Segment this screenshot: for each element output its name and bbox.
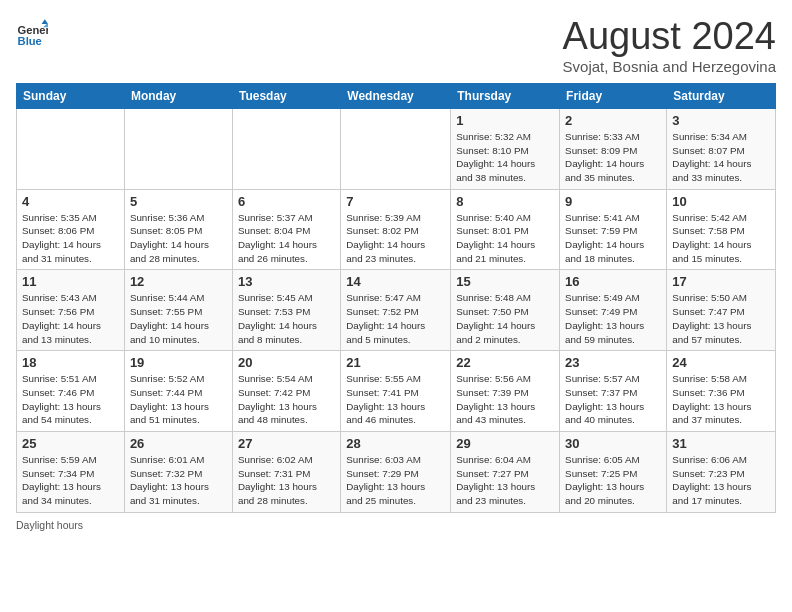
- calendar-cell: 27Sunrise: 6:02 AM Sunset: 7:31 PM Dayli…: [232, 432, 340, 513]
- day-number: 27: [238, 436, 335, 451]
- day-number: 9: [565, 194, 661, 209]
- day-number: 30: [565, 436, 661, 451]
- calendar-cell: 21Sunrise: 5:55 AM Sunset: 7:41 PM Dayli…: [341, 351, 451, 432]
- calendar-cell: 2Sunrise: 5:33 AM Sunset: 8:09 PM Daylig…: [560, 108, 667, 189]
- calendar-cell: 8Sunrise: 5:40 AM Sunset: 8:01 PM Daylig…: [451, 189, 560, 270]
- day-info: Sunrise: 6:06 AM Sunset: 7:23 PM Dayligh…: [672, 453, 770, 508]
- day-number: 14: [346, 274, 445, 289]
- day-info: Sunrise: 5:59 AM Sunset: 7:34 PM Dayligh…: [22, 453, 119, 508]
- day-info: Sunrise: 5:50 AM Sunset: 7:47 PM Dayligh…: [672, 291, 770, 346]
- calendar-week-row: 25Sunrise: 5:59 AM Sunset: 7:34 PM Dayli…: [17, 432, 776, 513]
- day-info: Sunrise: 5:48 AM Sunset: 7:50 PM Dayligh…: [456, 291, 554, 346]
- day-info: Sunrise: 5:51 AM Sunset: 7:46 PM Dayligh…: [22, 372, 119, 427]
- day-number: 16: [565, 274, 661, 289]
- day-number: 8: [456, 194, 554, 209]
- day-number: 5: [130, 194, 227, 209]
- day-number: 21: [346, 355, 445, 370]
- title-block: August 2024 Svojat, Bosnia and Herzegovi…: [563, 16, 776, 75]
- day-number: 23: [565, 355, 661, 370]
- day-info: Sunrise: 6:02 AM Sunset: 7:31 PM Dayligh…: [238, 453, 335, 508]
- day-of-week-header: Tuesday: [232, 83, 340, 108]
- day-info: Sunrise: 5:35 AM Sunset: 8:06 PM Dayligh…: [22, 211, 119, 266]
- day-number: 11: [22, 274, 119, 289]
- calendar-cell: 14Sunrise: 5:47 AM Sunset: 7:52 PM Dayli…: [341, 270, 451, 351]
- calendar-header: SundayMondayTuesdayWednesdayThursdayFrid…: [17, 83, 776, 108]
- day-of-week-header: Saturday: [667, 83, 776, 108]
- calendar-cell: [232, 108, 340, 189]
- day-number: 20: [238, 355, 335, 370]
- calendar-cell: 13Sunrise: 5:45 AM Sunset: 7:53 PM Dayli…: [232, 270, 340, 351]
- day-number: 26: [130, 436, 227, 451]
- calendar-cell: 29Sunrise: 6:04 AM Sunset: 7:27 PM Dayli…: [451, 432, 560, 513]
- day-info: Sunrise: 5:49 AM Sunset: 7:49 PM Dayligh…: [565, 291, 661, 346]
- day-number: 28: [346, 436, 445, 451]
- day-info: Sunrise: 5:57 AM Sunset: 7:37 PM Dayligh…: [565, 372, 661, 427]
- calendar-cell: 17Sunrise: 5:50 AM Sunset: 7:47 PM Dayli…: [667, 270, 776, 351]
- calendar-cell: 23Sunrise: 5:57 AM Sunset: 7:37 PM Dayli…: [560, 351, 667, 432]
- header-row: SundayMondayTuesdayWednesdayThursdayFrid…: [17, 83, 776, 108]
- day-info: Sunrise: 5:39 AM Sunset: 8:02 PM Dayligh…: [346, 211, 445, 266]
- day-number: 29: [456, 436, 554, 451]
- day-info: Sunrise: 5:54 AM Sunset: 7:42 PM Dayligh…: [238, 372, 335, 427]
- calendar-cell: 19Sunrise: 5:52 AM Sunset: 7:44 PM Dayli…: [124, 351, 232, 432]
- calendar-cell: 26Sunrise: 6:01 AM Sunset: 7:32 PM Dayli…: [124, 432, 232, 513]
- day-info: Sunrise: 5:41 AM Sunset: 7:59 PM Dayligh…: [565, 211, 661, 266]
- day-info: Sunrise: 6:01 AM Sunset: 7:32 PM Dayligh…: [130, 453, 227, 508]
- day-number: 10: [672, 194, 770, 209]
- day-of-week-header: Monday: [124, 83, 232, 108]
- calendar-table: SundayMondayTuesdayWednesdayThursdayFrid…: [16, 83, 776, 513]
- calendar-cell: 5Sunrise: 5:36 AM Sunset: 8:05 PM Daylig…: [124, 189, 232, 270]
- day-info: Sunrise: 5:47 AM Sunset: 7:52 PM Dayligh…: [346, 291, 445, 346]
- calendar-cell: 22Sunrise: 5:56 AM Sunset: 7:39 PM Dayli…: [451, 351, 560, 432]
- day-info: Sunrise: 5:37 AM Sunset: 8:04 PM Dayligh…: [238, 211, 335, 266]
- calendar-cell: 31Sunrise: 6:06 AM Sunset: 7:23 PM Dayli…: [667, 432, 776, 513]
- calendar-week-row: 4Sunrise: 5:35 AM Sunset: 8:06 PM Daylig…: [17, 189, 776, 270]
- day-number: 25: [22, 436, 119, 451]
- calendar-week-row: 11Sunrise: 5:43 AM Sunset: 7:56 PM Dayli…: [17, 270, 776, 351]
- footer: Daylight hours: [16, 519, 776, 531]
- day-of-week-header: Friday: [560, 83, 667, 108]
- day-number: 31: [672, 436, 770, 451]
- day-number: 7: [346, 194, 445, 209]
- day-info: Sunrise: 5:44 AM Sunset: 7:55 PM Dayligh…: [130, 291, 227, 346]
- calendar-cell: 18Sunrise: 5:51 AM Sunset: 7:46 PM Dayli…: [17, 351, 125, 432]
- day-info: Sunrise: 6:03 AM Sunset: 7:29 PM Dayligh…: [346, 453, 445, 508]
- calendar-cell: 9Sunrise: 5:41 AM Sunset: 7:59 PM Daylig…: [560, 189, 667, 270]
- day-info: Sunrise: 6:05 AM Sunset: 7:25 PM Dayligh…: [565, 453, 661, 508]
- calendar-cell: 6Sunrise: 5:37 AM Sunset: 8:04 PM Daylig…: [232, 189, 340, 270]
- calendar-cell: 4Sunrise: 5:35 AM Sunset: 8:06 PM Daylig…: [17, 189, 125, 270]
- day-number: 6: [238, 194, 335, 209]
- day-number: 13: [238, 274, 335, 289]
- day-number: 17: [672, 274, 770, 289]
- calendar-cell: [341, 108, 451, 189]
- calendar-cell: 28Sunrise: 6:03 AM Sunset: 7:29 PM Dayli…: [341, 432, 451, 513]
- calendar-cell: 7Sunrise: 5:39 AM Sunset: 8:02 PM Daylig…: [341, 189, 451, 270]
- day-info: Sunrise: 5:36 AM Sunset: 8:05 PM Dayligh…: [130, 211, 227, 266]
- calendar-cell: [17, 108, 125, 189]
- calendar-cell: 12Sunrise: 5:44 AM Sunset: 7:55 PM Dayli…: [124, 270, 232, 351]
- calendar-cell: 3Sunrise: 5:34 AM Sunset: 8:07 PM Daylig…: [667, 108, 776, 189]
- day-info: Sunrise: 5:42 AM Sunset: 7:58 PM Dayligh…: [672, 211, 770, 266]
- day-info: Sunrise: 5:56 AM Sunset: 7:39 PM Dayligh…: [456, 372, 554, 427]
- day-info: Sunrise: 5:55 AM Sunset: 7:41 PM Dayligh…: [346, 372, 445, 427]
- day-number: 15: [456, 274, 554, 289]
- day-number: 4: [22, 194, 119, 209]
- calendar-cell: 15Sunrise: 5:48 AM Sunset: 7:50 PM Dayli…: [451, 270, 560, 351]
- calendar-cell: 30Sunrise: 6:05 AM Sunset: 7:25 PM Dayli…: [560, 432, 667, 513]
- day-info: Sunrise: 5:52 AM Sunset: 7:44 PM Dayligh…: [130, 372, 227, 427]
- calendar-cell: 24Sunrise: 5:58 AM Sunset: 7:36 PM Dayli…: [667, 351, 776, 432]
- main-title: August 2024: [563, 16, 776, 58]
- calendar-cell: 16Sunrise: 5:49 AM Sunset: 7:49 PM Dayli…: [560, 270, 667, 351]
- calendar-cell: 25Sunrise: 5:59 AM Sunset: 7:34 PM Dayli…: [17, 432, 125, 513]
- day-info: Sunrise: 5:58 AM Sunset: 7:36 PM Dayligh…: [672, 372, 770, 427]
- page-header: General Blue August 2024 Svojat, Bosnia …: [16, 16, 776, 75]
- svg-marker-2: [42, 19, 48, 24]
- calendar-cell: 11Sunrise: 5:43 AM Sunset: 7:56 PM Dayli…: [17, 270, 125, 351]
- subtitle: Svojat, Bosnia and Herzegovina: [563, 58, 776, 75]
- day-number: 22: [456, 355, 554, 370]
- day-number: 18: [22, 355, 119, 370]
- day-info: Sunrise: 5:34 AM Sunset: 8:07 PM Dayligh…: [672, 130, 770, 185]
- svg-text:Blue: Blue: [18, 35, 42, 47]
- day-of-week-header: Sunday: [17, 83, 125, 108]
- day-number: 1: [456, 113, 554, 128]
